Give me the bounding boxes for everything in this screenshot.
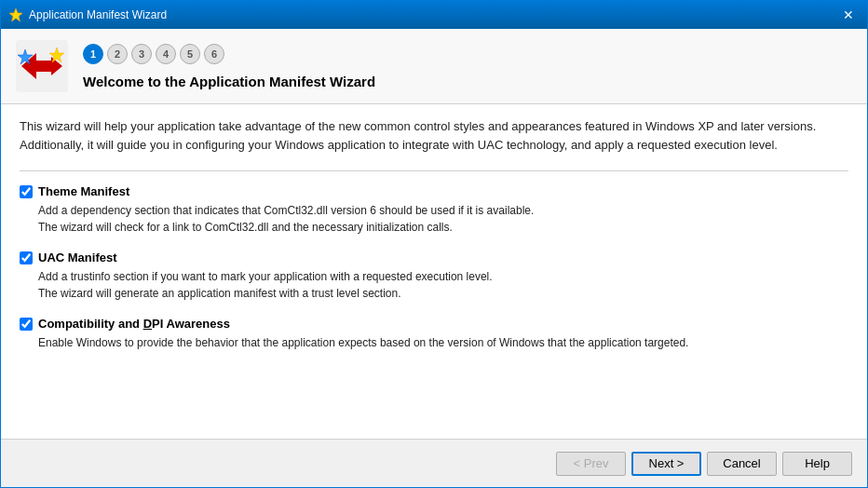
step-3: 3 (131, 44, 152, 64)
next-button[interactable]: Next > (631, 452, 701, 476)
uac-manifest-checkbox[interactable] (20, 251, 33, 264)
title-bar: Application Manifest Wizard ✕ (1, 1, 867, 29)
step-2: 2 (107, 44, 128, 64)
step-1: 1 (83, 44, 103, 64)
theme-manifest-desc: Add a dependency section that indicates … (38, 202, 848, 236)
wizard-title: Welcome to the Application Manifest Wiza… (83, 74, 375, 89)
compat-label[interactable]: Compatibility and DPI Awareness (38, 317, 230, 331)
intro-text: This wizard will help your application t… (20, 117, 848, 154)
help-button[interactable]: Help (782, 452, 852, 476)
step-indicators: 1 2 3 4 5 6 (83, 44, 375, 64)
theme-manifest-checkbox[interactable] (20, 185, 33, 198)
compat-desc: Enable Windows to provide the behavior t… (38, 334, 848, 351)
theme-manifest-option: Theme Manifest Add a dependency section … (20, 184, 848, 236)
step-5: 5 (180, 44, 200, 64)
header-panel: 1 2 3 4 5 6 Welcome to the Application M… (1, 29, 867, 104)
header-right: 1 2 3 4 5 6 Welcome to the Application M… (83, 44, 375, 89)
uac-manifest-option: UAC Manifest Add a trustinfo section if … (20, 251, 848, 302)
app-icon (8, 7, 23, 22)
step-6: 6 (204, 44, 224, 64)
content-area: This wizard will help your application t… (1, 104, 867, 439)
wizard-logo (16, 40, 68, 92)
compat-checkbox[interactable] (20, 318, 33, 331)
cancel-button[interactable]: Cancel (707, 452, 777, 476)
theme-manifest-label[interactable]: Theme Manifest (38, 184, 129, 198)
close-button[interactable]: ✕ (837, 4, 860, 26)
uac-manifest-desc: Add a trustinfo section if you want to m… (38, 268, 848, 302)
title-bar-text: Application Manifest Wizard (29, 8, 837, 21)
prev-button[interactable]: < Prev (556, 452, 626, 476)
step-4: 4 (156, 44, 176, 64)
divider (20, 170, 848, 171)
svg-marker-0 (9, 8, 22, 21)
uac-manifest-label[interactable]: UAC Manifest (38, 251, 117, 264)
footer-panel: < Prev Next > Cancel Help (1, 439, 867, 487)
compat-option: Compatibility and DPI Awareness Enable W… (20, 317, 848, 351)
application-window: Application Manifest Wizard ✕ 1 2 3 4 5 … (0, 0, 868, 488)
